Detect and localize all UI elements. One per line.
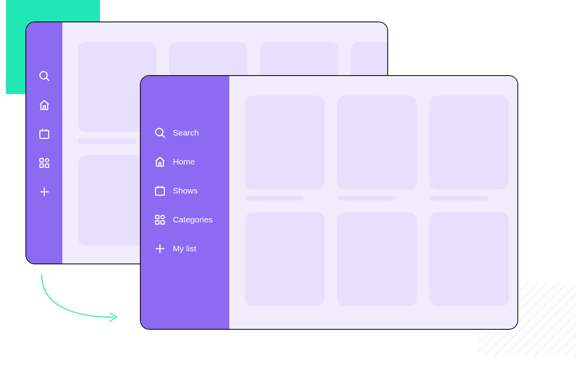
content-area: [229, 76, 518, 329]
nav-item-mylist[interactable]: My list: [154, 234, 229, 263]
svg-line-14: [162, 135, 165, 138]
svg-rect-21: [161, 221, 165, 224]
thumbnail-placeholder: [337, 96, 417, 190]
svg-point-19: [161, 215, 165, 219]
nav-label: My list: [173, 244, 196, 253]
svg-rect-9: [40, 164, 44, 168]
text-placeholder: [78, 138, 137, 144]
thumbnail-placeholder: [245, 96, 325, 190]
svg-point-2: [40, 72, 47, 79]
grid-icon: [154, 214, 166, 226]
content-card[interactable]: [429, 96, 509, 200]
home-icon: [38, 99, 50, 111]
svg-rect-20: [156, 221, 159, 224]
nav-label: Categories: [173, 215, 213, 224]
svg-line-3: [46, 78, 49, 81]
svg-point-13: [156, 128, 163, 136]
content-card[interactable]: [245, 96, 325, 200]
card-row: [245, 212, 509, 306]
search-icon: [38, 70, 50, 82]
nav-item-home[interactable]: [38, 90, 50, 119]
nav-item-search[interactable]: [38, 61, 50, 90]
calendar-icon: [154, 185, 166, 197]
home-icon: [154, 156, 166, 168]
grid-icon: [38, 157, 50, 169]
sidebar-collapsed: [26, 22, 62, 264]
content-card[interactable]: [337, 96, 417, 200]
content-card[interactable]: [429, 212, 509, 306]
svg-rect-18: [156, 215, 159, 219]
svg-point-8: [45, 159, 49, 162]
transition-arrow: [38, 270, 124, 327]
svg-rect-7: [40, 159, 44, 162]
plus-icon: [154, 243, 166, 255]
svg-rect-4: [40, 130, 49, 138]
text-placeholder: [245, 196, 304, 200]
nav-label: Home: [173, 157, 195, 166]
nav-label: Search: [173, 128, 199, 137]
panel-expanded-sidebar: Search Home Shows Categories My list: [140, 75, 518, 330]
nav-item-shows[interactable]: [38, 119, 50, 148]
thumbnail-placeholder: [337, 212, 417, 306]
calendar-icon: [38, 128, 50, 140]
nav-item-search[interactable]: Search: [154, 118, 229, 147]
thumbnail-placeholder: [429, 212, 509, 306]
thumbnail-placeholder: [245, 212, 325, 306]
nav-item-home[interactable]: Home: [154, 147, 229, 176]
nav-label: Shows: [173, 186, 198, 195]
card-row: [245, 96, 509, 200]
nav-item-mylist[interactable]: [38, 177, 50, 206]
content-card[interactable]: [245, 212, 325, 306]
text-placeholder: [337, 196, 396, 200]
content-card[interactable]: [337, 212, 417, 306]
svg-rect-15: [156, 187, 165, 195]
svg-rect-10: [45, 164, 49, 168]
sidebar-expanded: Search Home Shows Categories My list: [141, 76, 229, 329]
plus-icon: [38, 186, 50, 198]
text-placeholder: [429, 196, 488, 200]
nav-item-categories[interactable]: Categories: [154, 205, 229, 234]
thumbnail-placeholder: [429, 96, 509, 190]
search-icon: [154, 127, 166, 139]
nav-item-categories[interactable]: [38, 148, 50, 177]
nav-item-shows[interactable]: Shows: [154, 176, 229, 205]
